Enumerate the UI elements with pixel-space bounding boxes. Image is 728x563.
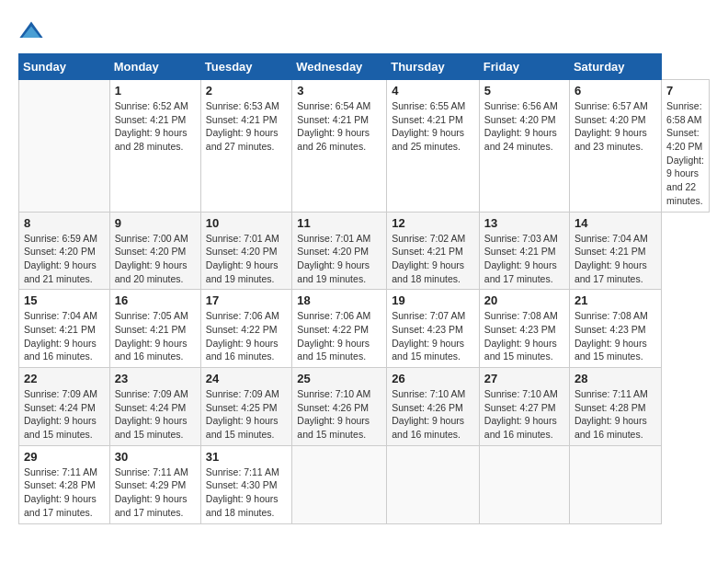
- day-cell-24: 24Sunrise: 7:09 AMSunset: 4:25 PMDayligh…: [200, 368, 292, 446]
- day-number: 29: [24, 450, 105, 464]
- day-cell-6: 6Sunrise: 6:57 AMSunset: 4:20 PMDaylight…: [569, 80, 661, 213]
- day-cell-30: 30Sunrise: 7:11 AMSunset: 4:29 PMDayligh…: [109, 445, 200, 523]
- day-cell-3: 3Sunrise: 6:54 AMSunset: 4:21 PMDaylight…: [292, 80, 387, 213]
- day-number: 8: [24, 216, 105, 230]
- day-info: Sunrise: 7:10 AMSunset: 4:26 PMDaylight:…: [392, 387, 474, 442]
- day-number: 11: [297, 216, 381, 230]
- day-info: Sunrise: 7:10 AMSunset: 4:26 PMDaylight:…: [297, 387, 381, 442]
- day-cell-7: 7Sunrise: 6:58 AMSunset: 4:20 PMDaylight…: [662, 80, 710, 213]
- day-number: 20: [484, 293, 564, 307]
- day-info: Sunrise: 7:04 AMSunset: 4:21 PMDaylight:…: [574, 232, 656, 286]
- empty-cell: [387, 445, 480, 523]
- day-info: Sunrise: 7:08 AMSunset: 4:23 PMDaylight:…: [574, 309, 656, 363]
- logo: [18, 18, 48, 44]
- day-number: 22: [24, 372, 105, 385]
- day-cell-20: 20Sunrise: 7:08 AMSunset: 4:23 PMDayligh…: [479, 290, 569, 368]
- day-number: 17: [206, 293, 288, 307]
- day-number: 31: [206, 450, 288, 464]
- day-number: 1: [115, 84, 196, 98]
- day-number: 21: [574, 293, 656, 307]
- day-cell-23: 23Sunrise: 7:09 AMSunset: 4:24 PMDayligh…: [109, 368, 200, 446]
- day-info: Sunrise: 6:57 AMSunset: 4:20 PMDaylight:…: [574, 99, 656, 154]
- day-info: Sunrise: 7:06 AMSunset: 4:22 PMDaylight:…: [206, 309, 288, 363]
- day-info: Sunrise: 6:58 AMSunset: 4:20 PMDaylight:…: [666, 99, 704, 208]
- day-number: 9: [115, 216, 196, 230]
- day-of-week-sunday: Sunday: [19, 54, 110, 80]
- day-cell-31: 31Sunrise: 7:11 AMSunset: 4:30 PMDayligh…: [200, 445, 292, 523]
- calendar-table: SundayMondayTuesdayWednesdayThursdayFrid…: [18, 53, 710, 524]
- day-cell-10: 10Sunrise: 7:01 AMSunset: 4:20 PMDayligh…: [200, 212, 292, 290]
- day-cell-29: 29Sunrise: 7:11 AMSunset: 4:28 PMDayligh…: [19, 445, 110, 523]
- day-number: 13: [484, 216, 564, 230]
- week-row-4: 22Sunrise: 7:09 AMSunset: 4:24 PMDayligh…: [19, 368, 710, 446]
- day-of-week-wednesday: Wednesday: [292, 54, 387, 80]
- day-cell-22: 22Sunrise: 7:09 AMSunset: 4:24 PMDayligh…: [19, 368, 110, 446]
- day-number: 10: [206, 216, 288, 230]
- day-cell-14: 14Sunrise: 7:04 AMSunset: 4:21 PMDayligh…: [569, 212, 661, 290]
- calendar-header: SundayMondayTuesdayWednesdayThursdayFrid…: [19, 54, 710, 80]
- day-cell-18: 18Sunrise: 7:06 AMSunset: 4:22 PMDayligh…: [292, 290, 387, 368]
- page-header: [18, 18, 710, 44]
- empty-cell: [19, 80, 110, 213]
- day-info: Sunrise: 7:06 AMSunset: 4:22 PMDaylight:…: [297, 309, 381, 363]
- day-cell-15: 15Sunrise: 7:04 AMSunset: 4:21 PMDayligh…: [19, 290, 110, 368]
- day-cell-5: 5Sunrise: 6:56 AMSunset: 4:20 PMDaylight…: [479, 80, 569, 213]
- day-cell-19: 19Sunrise: 7:07 AMSunset: 4:23 PMDayligh…: [387, 290, 480, 368]
- day-of-week-monday: Monday: [109, 54, 200, 80]
- day-number: 14: [574, 216, 656, 230]
- day-cell-13: 13Sunrise: 7:03 AMSunset: 4:21 PMDayligh…: [479, 212, 569, 290]
- day-number: 26: [392, 372, 474, 385]
- day-number: 16: [115, 293, 196, 307]
- day-info: Sunrise: 7:08 AMSunset: 4:23 PMDaylight:…: [484, 309, 564, 363]
- day-info: Sunrise: 7:02 AMSunset: 4:21 PMDaylight:…: [392, 232, 474, 286]
- day-info: Sunrise: 7:10 AMSunset: 4:27 PMDaylight:…: [484, 387, 564, 442]
- day-info: Sunrise: 7:09 AMSunset: 4:25 PMDaylight:…: [206, 387, 288, 442]
- day-info: Sunrise: 6:59 AMSunset: 4:20 PMDaylight:…: [24, 232, 105, 286]
- day-cell-12: 12Sunrise: 7:02 AMSunset: 4:21 PMDayligh…: [387, 212, 480, 290]
- day-info: Sunrise: 7:11 AMSunset: 4:28 PMDaylight:…: [24, 465, 105, 520]
- day-number: 15: [24, 293, 105, 307]
- day-of-week-saturday: Saturday: [569, 54, 661, 80]
- day-info: Sunrise: 7:07 AMSunset: 4:23 PMDaylight:…: [392, 309, 474, 363]
- day-number: 18: [297, 293, 381, 307]
- day-info: Sunrise: 7:05 AMSunset: 4:21 PMDaylight:…: [115, 309, 196, 363]
- day-number: 28: [574, 372, 656, 385]
- day-cell-28: 28Sunrise: 7:11 AMSunset: 4:28 PMDayligh…: [569, 368, 661, 446]
- day-number: 3: [297, 84, 381, 98]
- day-info: Sunrise: 7:00 AMSunset: 4:20 PMDaylight:…: [115, 232, 196, 286]
- day-info: Sunrise: 7:04 AMSunset: 4:21 PMDaylight:…: [24, 309, 105, 363]
- day-info: Sunrise: 7:11 AMSunset: 4:30 PMDaylight:…: [206, 465, 288, 520]
- day-number: 23: [115, 372, 196, 385]
- empty-cell: [292, 445, 387, 523]
- day-cell-9: 9Sunrise: 7:00 AMSunset: 4:20 PMDaylight…: [109, 212, 200, 290]
- day-cell-2: 2Sunrise: 6:53 AMSunset: 4:21 PMDaylight…: [200, 80, 292, 213]
- empty-cell: [479, 445, 569, 523]
- day-number: 27: [484, 372, 564, 385]
- day-number: 6: [574, 84, 656, 98]
- week-row-3: 15Sunrise: 7:04 AMSunset: 4:21 PMDayligh…: [19, 290, 710, 368]
- day-info: Sunrise: 7:03 AMSunset: 4:21 PMDaylight:…: [484, 232, 564, 286]
- day-number: 12: [392, 216, 474, 230]
- day-info: Sunrise: 7:01 AMSunset: 4:20 PMDaylight:…: [206, 232, 288, 286]
- day-number: 5: [484, 84, 564, 98]
- day-info: Sunrise: 6:53 AMSunset: 4:21 PMDaylight:…: [206, 99, 288, 154]
- day-number: 24: [206, 372, 288, 385]
- day-info: Sunrise: 7:01 AMSunset: 4:20 PMDaylight:…: [297, 232, 381, 286]
- day-info: Sunrise: 7:09 AMSunset: 4:24 PMDaylight:…: [24, 387, 105, 442]
- day-info: Sunrise: 6:54 AMSunset: 4:21 PMDaylight:…: [297, 99, 381, 154]
- week-row-2: 8Sunrise: 6:59 AMSunset: 4:20 PMDaylight…: [19, 212, 710, 290]
- day-cell-26: 26Sunrise: 7:10 AMSunset: 4:26 PMDayligh…: [387, 368, 480, 446]
- day-number: 4: [392, 84, 474, 98]
- day-of-week-tuesday: Tuesday: [200, 54, 292, 80]
- day-number: 2: [206, 84, 288, 98]
- day-info: Sunrise: 7:09 AMSunset: 4:24 PMDaylight:…: [115, 387, 196, 442]
- day-cell-17: 17Sunrise: 7:06 AMSunset: 4:22 PMDayligh…: [200, 290, 292, 368]
- day-info: Sunrise: 6:55 AMSunset: 4:21 PMDaylight:…: [392, 99, 474, 154]
- day-info: Sunrise: 6:56 AMSunset: 4:20 PMDaylight:…: [484, 99, 564, 154]
- day-cell-4: 4Sunrise: 6:55 AMSunset: 4:21 PMDaylight…: [387, 80, 480, 213]
- day-number: 25: [297, 372, 381, 385]
- day-number: 30: [115, 450, 196, 464]
- day-of-week-friday: Friday: [479, 54, 569, 80]
- empty-cell: [569, 445, 661, 523]
- day-cell-21: 21Sunrise: 7:08 AMSunset: 4:23 PMDayligh…: [569, 290, 661, 368]
